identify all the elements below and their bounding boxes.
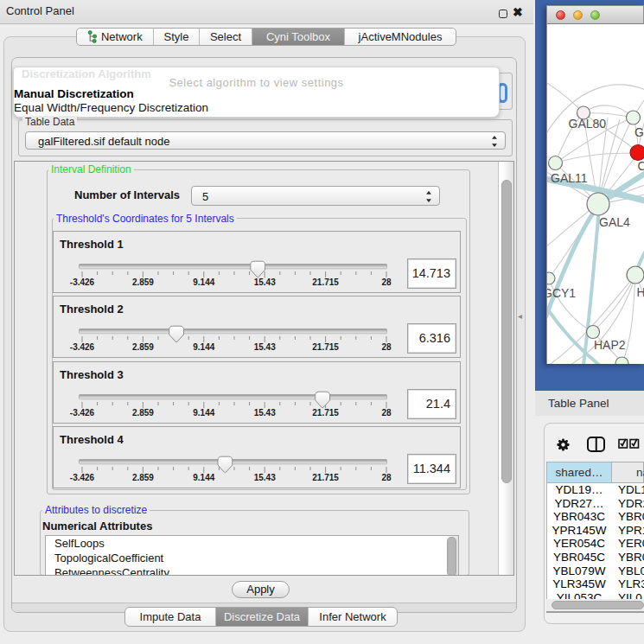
- svg-text:GCY1: GCY1: [547, 286, 576, 300]
- svg-text:GAL4: GAL4: [599, 215, 630, 229]
- svg-text:GAL11: GAL11: [551, 171, 588, 185]
- svg-text:HAP2: HAP2: [594, 338, 626, 352]
- svg-text:GAL80: GAL80: [569, 117, 607, 131]
- svg-text:CY: CY: [638, 159, 644, 173]
- svg-text:H: H: [637, 285, 644, 299]
- svg-text:GA: GA: [634, 125, 644, 139]
